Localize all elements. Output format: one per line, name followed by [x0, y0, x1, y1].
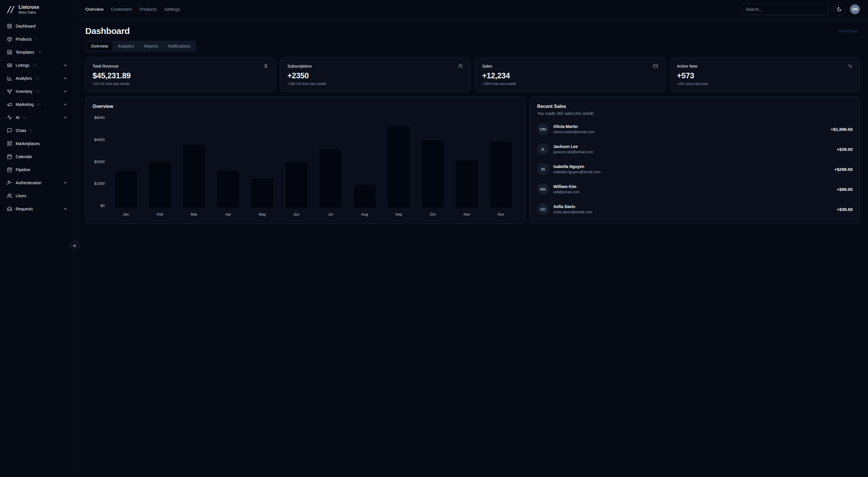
- sidebar-item-requests[interactable]: Requests: [4, 203, 70, 214]
- avatar: IN: [537, 163, 549, 175]
- sidebar-item-label: Marketing: [16, 102, 33, 107]
- stat-card-header: Total Revenue: [93, 63, 268, 68]
- user-avatar[interactable]: SN: [850, 4, 860, 14]
- tab-analytics[interactable]: Analytics: [113, 42, 139, 51]
- sale-info: Sofia Davissofia.davis@email.com: [554, 204, 592, 214]
- nav-link-customers[interactable]: Customers: [111, 7, 132, 11]
- nav-link-settings[interactable]: Settings: [164, 7, 180, 11]
- chart-plot: JanFebMarAprMayJunJulAugSepOctNovDec: [109, 116, 518, 216]
- sidebar-item-calendar[interactable]: Calendar: [4, 151, 70, 162]
- top-nav: OverviewCustomersProductsSettings: [85, 7, 180, 11]
- tab-reports[interactable]: Reports: [139, 42, 163, 51]
- sidebar-item-label: Templates: [16, 50, 34, 55]
- sidebar-item-authentication[interactable]: Authentication: [4, 177, 70, 188]
- sidebar-item-marketplaces[interactable]: Marketplaces: [4, 138, 70, 149]
- stat-card-sales: Sales+12,234+19% from last month: [475, 57, 665, 92]
- chevron-down-icon: [63, 207, 68, 211]
- sidebar-collapse-button[interactable]: [70, 241, 80, 251]
- y-axis-label: $4500: [94, 138, 105, 142]
- page-content: Dashboard Download OverviewAnalyticsRepo…: [75, 19, 868, 477]
- chart-bar-slot: [347, 116, 382, 208]
- authentication-icon: [7, 180, 12, 185]
- stat-delta: +20.1% from last month: [93, 82, 268, 86]
- topbar-right: SN: [742, 3, 860, 16]
- dashboard-tabs: OverviewAnalyticsReportsNotifications: [85, 40, 196, 52]
- sidebar-item-badge: 30: [38, 50, 41, 54]
- stat-delta: +201 since last hour: [677, 82, 853, 86]
- chats-icon: [7, 128, 12, 133]
- chart-bar: [217, 171, 239, 208]
- y-axis-label: $1500: [94, 181, 105, 186]
- stat-card-header: Sales: [482, 63, 658, 68]
- overview-chart-card: Overview $6000$4500$3000$1500$0 JanFebMa…: [85, 97, 525, 224]
- sale-name: Isabella Nguyen: [554, 164, 601, 169]
- download-button[interactable]: Download: [837, 28, 860, 34]
- sidebar-item-label: Requests: [16, 207, 33, 211]
- chart-column: Sep: [381, 116, 416, 216]
- sidebar-item-inventory[interactable]: Inventory10: [4, 86, 70, 97]
- recent-sales-list: OMOlivia Martinolivia.martin@email.com+$…: [537, 123, 852, 215]
- stat-value: +2350: [287, 71, 463, 80]
- recent-sales-card: Recent Sales You made 265 sales this mon…: [530, 97, 860, 224]
- brand-tagline: More Sales: [19, 10, 39, 14]
- chart-column: Oct: [416, 116, 450, 216]
- nav-link-overview[interactable]: Overview: [85, 7, 103, 11]
- sidebar-item-products[interactable]: Products3: [4, 34, 70, 45]
- brand[interactable]: Listcross More Sales: [0, 0, 74, 18]
- sidebar-item-pipeline[interactable]: Pipeline: [4, 164, 70, 175]
- chart-column: Apr: [211, 116, 245, 216]
- tab-notifications[interactable]: Notifications: [163, 42, 195, 51]
- sidebar-item-label: Calendar: [16, 154, 32, 159]
- chevron-down-icon: [63, 180, 68, 185]
- chart-bar-slot: [279, 116, 314, 208]
- panels-row: Overview $6000$4500$3000$1500$0 JanFebMa…: [85, 97, 860, 224]
- avatar: JL: [537, 143, 549, 155]
- sale-email: isabella.nguyen@email.com: [554, 170, 601, 174]
- search-input[interactable]: [742, 3, 829, 15]
- nav-link-products[interactable]: Products: [140, 7, 157, 11]
- sale-amount: +$39.00: [837, 147, 852, 152]
- chart-bar-slot: [109, 116, 143, 208]
- ai-icon: [7, 115, 12, 120]
- x-axis-label: Mar: [177, 208, 211, 216]
- chart-bar: [490, 142, 512, 208]
- chart-column: Jan: [109, 116, 143, 216]
- stat-cards: Total Revenue$45,231.89+20.1% from last …: [85, 57, 860, 92]
- stat-title: Sales: [482, 64, 492, 68]
- chevrons-left-icon: [72, 243, 77, 248]
- theme-toggle-button[interactable]: [833, 3, 845, 16]
- products-icon: [7, 36, 12, 42]
- chart-bar: [456, 160, 478, 208]
- chart-bar: [285, 161, 307, 208]
- sidebar-nav: DashboardProducts3Templates30Listings10A…: [0, 18, 74, 477]
- chart-column: Mar: [177, 116, 211, 216]
- sidebar-item-label: Products: [16, 37, 32, 41]
- sidebar-item-marketing[interactable]: Marketing10: [4, 99, 70, 110]
- pipeline-icon: [7, 167, 12, 172]
- stat-title: Active Now: [677, 64, 698, 68]
- sidebar-item-analytics[interactable]: Analytics10: [4, 73, 70, 84]
- stat-card-header: Active Now: [677, 63, 853, 68]
- sale-email: jackson.lee@email.com: [554, 150, 593, 154]
- chart-bar-slot: [177, 116, 211, 208]
- sidebar-item-users[interactable]: Users: [4, 190, 70, 201]
- list-item: OMOlivia Martinolivia.martin@email.com+$…: [537, 123, 852, 135]
- sidebar-item-ai[interactable]: AI10: [4, 112, 70, 123]
- sidebar-item-label: AI: [16, 115, 20, 120]
- recent-sales-title: Recent Sales: [537, 104, 852, 109]
- sidebar-item-dashboard[interactable]: Dashboard: [4, 21, 70, 32]
- sidebar-item-chats[interactable]: Chats9: [4, 125, 70, 136]
- tab-overview[interactable]: Overview: [87, 42, 113, 51]
- sale-info: Isabella Nguyenisabella.nguyen@email.com: [554, 164, 601, 174]
- sale-email: will@email.com: [554, 190, 580, 194]
- y-axis-label: $0: [101, 203, 105, 208]
- x-axis-label: Feb: [143, 208, 177, 216]
- stat-title: Total Revenue: [93, 64, 119, 68]
- x-axis-label: Aug: [347, 208, 382, 216]
- sidebar-item-label: Inventory: [16, 89, 32, 94]
- sidebar-item-listings[interactable]: Listings10: [4, 60, 70, 71]
- sidebar-item-templates[interactable]: Templates30: [4, 47, 70, 58]
- chart-column: Feb: [143, 116, 177, 216]
- sale-info: Olivia Martinolivia.martin@email.com: [554, 124, 595, 134]
- sale-email: olivia.martin@email.com: [554, 130, 595, 134]
